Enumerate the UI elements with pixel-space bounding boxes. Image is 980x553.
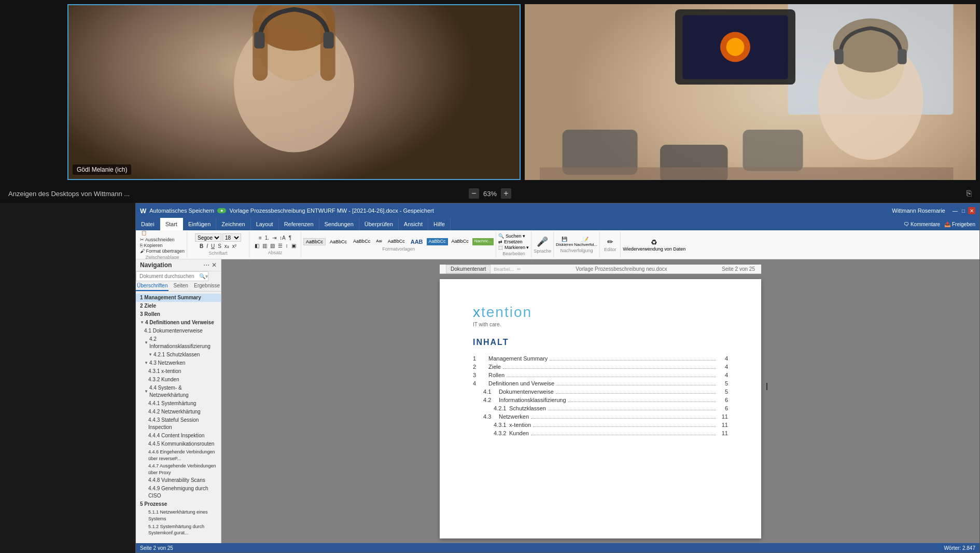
nav-item-schutzklassen[interactable]: ▼4.2.1 Schutzklassen xyxy=(136,351,221,359)
format-btn[interactable]: 🖌 Format übertragen xyxy=(140,248,185,254)
nav-item-stateful[interactable]: 4.4.3 Stateful Session Inspection xyxy=(136,416,221,432)
paste-btn[interactable]: 📋 xyxy=(140,230,185,237)
nav-item-definitionen[interactable]: ▼4 Definitionen und Verweise xyxy=(136,319,221,327)
tab-datei[interactable]: Datei xyxy=(136,218,160,230)
shading-btn[interactable]: ▣ xyxy=(290,242,297,249)
tab-zeichnen[interactable]: Zeichnen xyxy=(216,218,250,230)
style-noformat[interactable]: AaBbCc xyxy=(327,238,349,245)
diskieren-btn[interactable]: 💾Diskieren xyxy=(556,237,573,247)
toc-row-3: 3 Rollen 4 xyxy=(473,372,728,379)
bold-btn[interactable]: B xyxy=(199,243,204,250)
expand-icon-4: ▼ xyxy=(144,360,148,366)
tab-ansicht[interactable]: Ansicht xyxy=(399,218,428,230)
numbering-btn[interactable]: 1. xyxy=(264,234,270,241)
tab-uberpruefen[interactable]: Überprüfen xyxy=(359,218,399,230)
italic-btn[interactable]: I xyxy=(205,243,209,250)
nav-item-content[interactable]: 4.4.4 Content Inspektion xyxy=(136,432,221,440)
zoom-in-button[interactable]: + xyxy=(501,188,511,199)
nav-tab-pages[interactable]: Seiten xyxy=(169,281,193,291)
select-btn[interactable]: ⬚ Markieren ▾ xyxy=(498,245,529,250)
line-spacing-btn[interactable]: ↕ xyxy=(285,242,289,249)
style-standard[interactable]: AaBbCc xyxy=(303,238,326,245)
close-button[interactable]: ✕ xyxy=(968,207,975,214)
nav-item-ziele[interactable]: 2 Ziele xyxy=(136,302,221,310)
share-icon[interactable]: ⎘ xyxy=(967,189,972,198)
nav-item-management-summary[interactable]: 1 Management Summary xyxy=(136,294,221,302)
nav-tab-results[interactable]: Ergebnisse xyxy=(193,281,221,291)
superscript-btn[interactable]: x² xyxy=(231,243,237,250)
strikethrough-btn[interactable]: S xyxy=(217,243,222,250)
align-left-btn[interactable]: ◧ xyxy=(254,242,260,249)
ribbon-group-edit: 🔍 Suchen ▾ ⇄ Ersetzen ⬚ Markieren ▾ Bear… xyxy=(496,231,531,258)
nav-item-info-klassifizierung[interactable]: ▼4.2 Informationsklassifizierung xyxy=(136,335,221,351)
underline-btn[interactable]: U xyxy=(210,243,216,250)
svg-rect-19 xyxy=(898,49,906,64)
autosave-toggle[interactable]: ● xyxy=(217,208,226,213)
justify-btn[interactable]: ☰ xyxy=(277,242,284,249)
tab-einfuegen[interactable]: Einfügen xyxy=(183,218,216,230)
zoom-controls[interactable]: − 63% + xyxy=(469,188,511,199)
svg-point-14 xyxy=(726,38,745,56)
replace-btn[interactable]: ⇄ Ersetzen xyxy=(498,239,529,244)
style-aab[interactable]: AAB xyxy=(409,238,425,245)
nav-options-btn[interactable]: ⋯ xyxy=(203,261,209,269)
nav-item-kunden[interactable]: 4.3.2 Kunden xyxy=(136,376,221,384)
bullets-btn[interactable]: ≡ xyxy=(258,234,263,241)
nav-search-input[interactable] xyxy=(139,273,199,279)
tab-start[interactable]: Start xyxy=(160,218,183,230)
style-nachricht[interactable]: Nachric... xyxy=(472,238,494,245)
nav-tab-headings[interactable]: Überschriften xyxy=(136,281,169,291)
doc-edit-btn[interactable]: Bearbei... xyxy=(494,267,514,272)
nav-close-btn[interactable]: ✕ xyxy=(212,261,217,269)
tab-sendungen[interactable]: Sendungen xyxy=(319,218,359,230)
copy-btn[interactable]: ⎘ Kopieren xyxy=(140,243,163,248)
sort-btn[interactable]: ↕A xyxy=(278,234,287,241)
freigeben-btn[interactable]: 📤 Freigeben xyxy=(944,222,975,227)
screen-share-label: Anzeigen des Desktops von Wittmann ... xyxy=(8,190,130,198)
style-herv[interactable]: AaBbCc xyxy=(450,238,471,245)
nav-item-prozesse[interactable]: 5 Prozesse xyxy=(136,500,221,508)
style-auflistung[interactable]: AaBbCc xyxy=(386,238,407,245)
cut-btn[interactable]: ✂ Ausschneiden xyxy=(140,237,175,242)
minimize-button[interactable]: — xyxy=(951,207,959,214)
nav-item-xtention[interactable]: 4.3.1 x-tention xyxy=(136,367,221,376)
nav-item-netzwerk-haertung-sys[interactable]: 5.1.1 Netzwerkhärtung eines Systems xyxy=(136,508,221,522)
align-right-btn[interactable]: ▨ xyxy=(269,242,276,249)
kommentare-btn[interactable]: 🗨 Kommentare xyxy=(904,222,940,227)
nav-item-dokumentenverweise[interactable]: 4.1 Dokumentenverweise xyxy=(136,327,221,335)
tab-hilfe[interactable]: Hilfe xyxy=(428,218,451,230)
zoom-out-button[interactable]: − xyxy=(469,188,479,199)
nav-item-eingehende[interactable]: 4.4.6 Eingehende Verbindungen über rever… xyxy=(136,448,221,462)
search-edit-btn[interactable]: 🔍 Suchen ▾ xyxy=(498,233,529,239)
tab-referenzen[interactable]: Referenzen xyxy=(279,218,319,230)
styles-label: Formatvorlagen xyxy=(382,246,415,252)
document-area: Dokumentenart Bearbei... ✏ Vorlage Proze… xyxy=(221,259,979,543)
nav-item-komm[interactable]: 4.4.5 Kommunikationsrouten xyxy=(136,440,221,448)
tab-layout[interactable]: Layout xyxy=(251,218,279,230)
dictate-btn[interactable]: 🎤 xyxy=(537,236,548,247)
font-family-select[interactable]: Segoe xyxy=(195,233,221,242)
style-heading1[interactable]: AaBbCc xyxy=(351,238,372,245)
nav-item-systemhaertung[interactable]: 4.4.1 Systemhärtung xyxy=(136,399,221,408)
nav-item-genehmigung[interactable]: 4.4.9 Genehmigung durch CISO xyxy=(136,485,221,500)
editor-btn[interactable]: ✏ xyxy=(607,238,613,246)
style-aufl[interactable]: Aai xyxy=(374,238,384,245)
align-center-btn[interactable]: ▥ xyxy=(261,242,268,249)
font-size-select[interactable]: 18 xyxy=(222,233,241,242)
nav-item-vuln[interactable]: 4.4.8 Vulnerability Scans xyxy=(136,476,221,485)
nav-item-rollen[interactable]: 3 Rollen xyxy=(136,310,221,319)
maximize-button[interactable]: □ xyxy=(960,207,967,214)
subscript-btn[interactable]: x₂ xyxy=(223,243,230,250)
search-dropdown-btn[interactable]: ▾ xyxy=(205,273,208,279)
nav-item-netzwerken[interactable]: ▼4.3 Netzwerken xyxy=(136,359,221,367)
nachverfolgen-btn[interactable]: 📝Nachverfol... xyxy=(574,237,597,247)
brand-tagline: IT with care. xyxy=(473,322,728,327)
reuse-btn[interactable]: ♻ Wiederverwendung von Daten xyxy=(623,238,685,252)
style-active[interactable]: AaBbCc xyxy=(427,238,448,245)
indent-btn[interactable]: ⇥ xyxy=(271,234,277,241)
pilcrow-btn[interactable]: ¶ xyxy=(288,234,292,241)
nav-item-system-haertung[interactable]: ▼4.4 System- & Netzwerkhärtung xyxy=(136,384,221,399)
nav-item-netzwerkhaertung[interactable]: 4.4.2 Netzwerkhärtung xyxy=(136,408,221,416)
nav-item-ausgehende[interactable]: 4.4.7 Ausgehende Verbindungen über Proxy xyxy=(136,462,221,476)
nav-item-system-haertung-sys[interactable]: 5.1.2 Systemhärtung durch Systemkonf.gur… xyxy=(136,523,221,537)
